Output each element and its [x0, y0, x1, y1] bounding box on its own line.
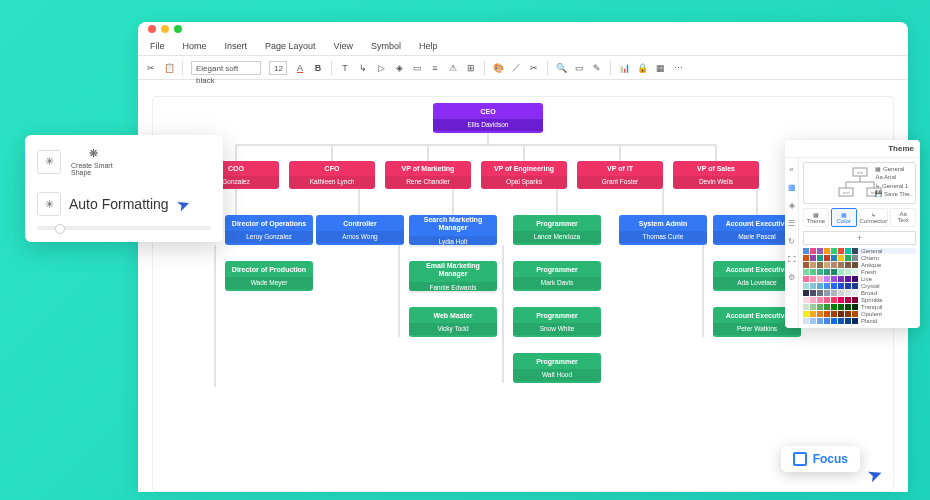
tab-text[interactable]: AaText: [890, 208, 916, 227]
org-node[interactable]: ProgrammerMark Davis: [513, 261, 601, 291]
lock-icon[interactable]: 🔒: [637, 63, 647, 73]
org-chart: CEOEllis DavidsonCOOGonzalezCFOKathleen …: [153, 97, 893, 491]
swatch-row[interactable]: General: [803, 248, 916, 254]
theme-panel-title: Theme: [785, 140, 920, 158]
org-node[interactable]: ProgrammerSnow White: [513, 307, 601, 337]
menu-file[interactable]: File: [150, 41, 165, 51]
menu-symbol[interactable]: Symbol: [371, 41, 401, 51]
theme-opt-general[interactable]: ▦ General: [875, 165, 913, 173]
tab-connector[interactable]: ↳Connector: [859, 208, 889, 227]
text-icon[interactable]: T: [340, 63, 350, 73]
tab-color[interactable]: ▦Color: [831, 208, 857, 227]
swatch-row[interactable]: Antique: [803, 262, 916, 268]
menubar: File Home Insert Page Layout View Symbol…: [138, 36, 908, 56]
canvas[interactable]: CEOEllis DavidsonCOOGonzalezCFOKathleen …: [152, 96, 894, 492]
settings-icon[interactable]: ⚙: [787, 272, 797, 282]
org-node[interactable]: VP of EngineeringOpal Sparks: [481, 161, 567, 189]
paste-icon[interactable]: 📋: [164, 63, 174, 73]
frame-icon[interactable]: ▭: [574, 63, 584, 73]
org-node[interactable]: CFOKathleen Lynch: [289, 161, 375, 189]
connector-icon[interactable]: ↳: [358, 63, 368, 73]
format-slider[interactable]: [37, 226, 211, 230]
theme-opt-arial[interactable]: Aa Arial: [875, 173, 913, 181]
org-node[interactable]: Email Marketing ManagerFannie Edwards: [409, 261, 497, 291]
titlebar: [138, 22, 908, 36]
menu-view[interactable]: View: [334, 41, 353, 51]
swatch-row[interactable]: Sprinkle: [803, 297, 916, 303]
menu-page-layout[interactable]: Page Layout: [265, 41, 316, 51]
font-select[interactable]: Elegant soft black: [191, 61, 261, 75]
create-smart-shape-button[interactable]: ❋ Create Smart Shape: [71, 147, 115, 176]
org-node[interactable]: Director of ProductionWade Meyer: [225, 261, 313, 291]
theme-tab-icon[interactable]: ▦: [787, 182, 797, 192]
layer-icon[interactable]: ☰: [787, 218, 797, 228]
fit-icon[interactable]: ⛶: [787, 254, 797, 264]
minimize-dot[interactable]: [161, 25, 169, 33]
cut-icon[interactable]: ✂: [146, 63, 156, 73]
tab-theme[interactable]: ▦Theme: [803, 208, 829, 227]
group-icon[interactable]: ⊞: [466, 63, 476, 73]
swatch-row[interactable]: Broad: [803, 290, 916, 296]
svg-text:text: text: [857, 170, 864, 175]
more-icon[interactable]: ⋯: [673, 63, 683, 73]
bold-icon[interactable]: B: [313, 63, 323, 73]
swatch-row[interactable]: Charm: [803, 255, 916, 261]
auto-format-icon[interactable]: ✳: [37, 192, 61, 216]
pen-icon[interactable]: ✎: [592, 63, 602, 73]
org-node[interactable]: VP of SalesDevin Wells: [673, 161, 759, 189]
menu-insert[interactable]: Insert: [225, 41, 248, 51]
history-icon[interactable]: ↻: [787, 236, 797, 246]
font-size-select[interactable]: 12: [269, 61, 287, 75]
swatch-row[interactable]: Fresh: [803, 269, 916, 275]
org-node[interactable]: Director of OperationsLeroy Gonzalez: [225, 215, 313, 245]
fill-icon[interactable]: 🎨: [493, 63, 503, 73]
svg-text:text: text: [843, 190, 850, 195]
smart-shape-popup: ✳ ❋ Create Smart Shape ✳ Auto Formatting…: [25, 135, 223, 242]
shape-icon[interactable]: ▭: [412, 63, 422, 73]
color-swatch-list: GeneralCharmAntiqueFreshLiveCrystalBroad…: [803, 248, 916, 324]
swatch-row[interactable]: Placid: [803, 318, 916, 324]
distribute-icon[interactable]: ⚠: [448, 63, 458, 73]
pointer-icon[interactable]: ▷: [376, 63, 386, 73]
org-node[interactable]: VP of MarketingRene Chandler: [385, 161, 471, 189]
close-dot[interactable]: [148, 25, 156, 33]
theme-sidebar: « ▦ ◈ ☰ ↻ ⛶ ⚙: [785, 158, 799, 328]
grid-icon[interactable]: ▦: [655, 63, 665, 73]
crop-icon[interactable]: ✂: [529, 63, 539, 73]
theme-preview: texttexttext ▦ General Aa Arial ↳ Genera…: [803, 162, 916, 204]
org-node[interactable]: ControllerAmos Wong: [316, 215, 404, 245]
zoom-icon[interactable]: 🔍: [556, 63, 566, 73]
theme-opt-save[interactable]: 💾 Save The..: [875, 190, 913, 198]
sparkle-icon[interactable]: ✳: [37, 150, 61, 174]
line-icon[interactable]: ／: [511, 63, 521, 73]
org-node[interactable]: ProgrammerLance Mendoza: [513, 215, 601, 245]
theme-opt-general1[interactable]: ↳ General 1: [875, 182, 913, 190]
add-theme-button[interactable]: +: [803, 231, 916, 245]
org-node[interactable]: System AdminThomas Curie: [619, 215, 707, 245]
cursor-icon: ➤: [174, 193, 193, 215]
org-node[interactable]: Web MasterVicky Todd: [409, 307, 497, 337]
org-node[interactable]: VP of ITGrant Foster: [577, 161, 663, 189]
maximize-dot[interactable]: [174, 25, 182, 33]
org-node[interactable]: Search Marketing ManagerLydia Holt: [409, 215, 497, 245]
align-icon[interactable]: ≡: [430, 63, 440, 73]
chart-icon[interactable]: 📊: [619, 63, 629, 73]
style-icon[interactable]: ◈: [787, 200, 797, 210]
font-color-icon[interactable]: A: [295, 63, 305, 73]
org-node[interactable]: ProgrammerWalt Hood: [513, 353, 601, 383]
auto-formatting-label: Auto Formatting: [69, 196, 169, 212]
theme-panel: Theme « ▦ ◈ ☰ ↻ ⛶ ⚙ texttexttext ▦ Gener…: [785, 140, 920, 328]
menu-help[interactable]: Help: [419, 41, 438, 51]
swatch-row[interactable]: Tranquil: [803, 304, 916, 310]
org-node[interactable]: CEOEllis Davidson: [433, 103, 543, 133]
swatch-row[interactable]: Crystal: [803, 283, 916, 289]
toolbar: ✂ 📋 Elegant soft black 12 A B T ↳ ▷ ◈ ▭ …: [138, 56, 908, 80]
swatch-row[interactable]: Opulent: [803, 311, 916, 317]
menu-home[interactable]: Home: [183, 41, 207, 51]
focus-icon: [793, 452, 807, 466]
focus-button[interactable]: Focus: [781, 446, 860, 472]
collapse-icon[interactable]: «: [787, 164, 797, 174]
swatch-row[interactable]: Live: [803, 276, 916, 282]
layers-icon[interactable]: ◈: [394, 63, 404, 73]
